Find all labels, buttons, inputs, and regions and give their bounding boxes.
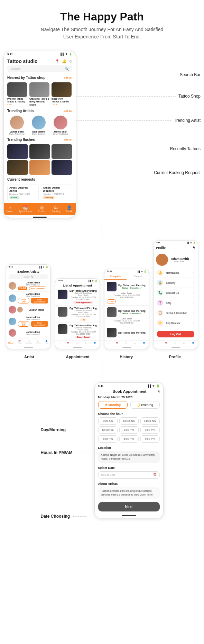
profile-phone: 9:41▌▌ ᯤ 🔋 Profile ✎ Adam Smith #4001 59… bbox=[153, 240, 198, 349]
shop-card[interactable]: Inked Pern Tattoos Claimed 15 Km bbox=[52, 82, 72, 106]
list-item[interactable]: James dean Style: Traditional Prem Only … bbox=[6, 292, 50, 305]
status-bar: 9:41 ▌▌ ᯤ 🔋 bbox=[4, 51, 76, 57]
flash-image[interactable] bbox=[29, 144, 50, 159]
search-icon: 🔍 bbox=[65, 67, 69, 71]
location-text: Akshya Nagar 1st Block 1st Cross, Rammur… bbox=[98, 451, 160, 463]
list-item[interactable]: James dean Style: Traditional bbox=[6, 328, 50, 338]
hour-btn-10am[interactable]: 10:00 Am bbox=[119, 417, 139, 425]
flash-image[interactable] bbox=[7, 160, 28, 175]
menu-terms[interactable]: 📋 Terms & Condition › bbox=[154, 308, 198, 318]
request-card[interactable]: Artist: Daniel Wozacki Updates: 19/01/20… bbox=[41, 184, 72, 201]
star-icon: ⭐ bbox=[157, 320, 163, 326]
hour-btn-12pm[interactable]: 12:00 Pm bbox=[98, 426, 118, 434]
profile-info: Adam Smith #4001 59010 bbox=[154, 251, 198, 268]
logout-button[interactable]: Log Out bbox=[157, 331, 194, 337]
list-item[interactable]: Lokesh Malta bbox=[6, 305, 50, 315]
chevron-right-icon: › bbox=[194, 291, 195, 294]
nav-home[interactable]: ⌂ Home bbox=[7, 205, 13, 212]
menu-notification[interactable]: 🔔 Notification › bbox=[154, 268, 198, 278]
appointment-phone-title: List of Appointment bbox=[55, 283, 100, 288]
hour-btn-2pm[interactable]: 2:00 Pm bbox=[140, 426, 160, 434]
appt-image bbox=[58, 290, 67, 299]
search-bar[interactable]: Search 🔍 bbox=[7, 65, 72, 72]
artist-phone-title: Explore Artists bbox=[6, 269, 50, 274]
booking-section: Day/Morning Hours In PM/AM Date Choosing… bbox=[0, 375, 204, 522]
nav-appointment[interactable]: 📅 Appointment bbox=[19, 205, 32, 212]
share-icon[interactable]: ⎘ bbox=[158, 390, 160, 393]
list-item[interactable]: Dgr Tattoo and Piercing Claimed: Rock Bo… bbox=[55, 306, 100, 323]
list-item[interactable]: Dgr Tattoo and Piercing Status - Complet… bbox=[104, 280, 149, 306]
bp-header: ← Book Appointment ⎘ bbox=[95, 388, 163, 395]
trending-artists-header: Trending Artists See all bbox=[4, 108, 76, 114]
flash-image[interactable] bbox=[7, 144, 28, 159]
hour-btn-5pm[interactable]: 5:00 Pm bbox=[140, 435, 160, 443]
terms-icon: 📋 bbox=[157, 310, 163, 316]
hour-btn-9am[interactable]: 9:00 Am bbox=[98, 417, 118, 425]
artist-card[interactable]: James dean Style: Traditional bbox=[7, 116, 26, 135]
nav-profile[interactable]: 👤 Profile bbox=[66, 205, 73, 212]
label-recently-tattoos: Recently Tattoos bbox=[76, 146, 201, 151]
profile-header: Profile ✎ bbox=[154, 245, 198, 251]
hour-btn-1pm[interactable]: 1:00 Pm bbox=[119, 426, 139, 434]
hist-image bbox=[107, 328, 117, 337]
hours-grid: 9:00 Am 10:00 Am 11:00 Am 12:00 Pm 1:00 … bbox=[95, 417, 163, 445]
hour-btn-3pm[interactable]: 3:00 Pm bbox=[98, 435, 118, 443]
back-button[interactable]: ← bbox=[98, 390, 102, 393]
profile-icon: 👤 bbox=[66, 205, 73, 210]
tab-cancel[interactable]: Cancel bbox=[127, 274, 149, 280]
booking-icon: 🗂 bbox=[52, 205, 61, 210]
list-item[interactable]: James dean Style: Traditional Prem Only … bbox=[6, 315, 50, 328]
shop-card[interactable]: Cross Ink Tattoo & Body Piercing Studio bbox=[29, 82, 49, 106]
menu-contact[interactable]: 📞 Contact Us › bbox=[154, 288, 198, 298]
shop-card[interactable]: Phoenix Tattoo Studio & Tracing 5 Km bbox=[7, 82, 27, 106]
page-header: The Happy Path Navigate The Smooth Journ… bbox=[0, 0, 204, 44]
nav-explore[interactable]: ◎ Explore bbox=[38, 205, 46, 212]
calendar-icon: 📅 bbox=[153, 473, 157, 477]
list-item[interactable]: Dgr Tattoo and Piercing Claimed: Rock Bo… bbox=[55, 323, 100, 340]
list-item[interactable]: James dean Style: Traditional Org Call B… bbox=[6, 280, 50, 292]
label-search-bar: Search Bar bbox=[76, 72, 201, 77]
tab-complete[interactable]: Complete bbox=[104, 274, 127, 280]
faq-icon: ❓ bbox=[157, 300, 163, 306]
chevron-right-icon: › bbox=[194, 271, 195, 274]
choose-hour-title: Choose the hour bbox=[95, 411, 163, 417]
flash-image[interactable] bbox=[52, 144, 72, 159]
notification-icon: 🔔 bbox=[157, 270, 163, 276]
list-item[interactable]: Dgr Tattoo and Piercing Claimed: Rock Bo… bbox=[55, 288, 100, 306]
status-badge: Status - Cancel bbox=[75, 336, 91, 338]
date-picker[interactable]: Select Date 📅 bbox=[98, 471, 160, 479]
artist-search[interactable]: Search 🔍 bbox=[9, 274, 48, 279]
avatar bbox=[9, 282, 16, 290]
edit-icon[interactable]: ✎ bbox=[193, 246, 195, 250]
menu-app-rate[interactable]: ⭐ App Ratever › bbox=[154, 318, 198, 328]
list-item[interactable]: Dgr Tattoo and Piercing bbox=[104, 326, 149, 340]
morning-button[interactable]: ☀ Morning bbox=[98, 401, 128, 409]
artist-avatar bbox=[10, 116, 24, 129]
heart-icon: ♡ bbox=[69, 59, 72, 64]
request-card[interactable]: Artist: Andrew Jones Updates: 08/01/2023… bbox=[7, 184, 39, 201]
hour-btn-4pm[interactable]: 4:00 Pm bbox=[119, 435, 139, 443]
nav-booking[interactable]: 🗂 Booking bbox=[52, 205, 61, 212]
evening-button[interactable]: 🌙 Evening bbox=[130, 401, 160, 409]
artist-card[interactable]: James dean Style: Traditional bbox=[51, 116, 70, 135]
flash-image[interactable] bbox=[52, 160, 72, 175]
menu-security[interactable]: 🔒 Security › bbox=[154, 278, 198, 288]
artist-phone: 9:41▌▌ ᯤ 🔋 Explore Artists Search 🔍 Jame… bbox=[6, 264, 51, 349]
avatar bbox=[9, 318, 16, 325]
avatar bbox=[9, 306, 16, 314]
label-tattoo-shop: Tattoo Shop bbox=[76, 94, 201, 99]
chevron-right-icon: › bbox=[194, 311, 195, 315]
label-current-booking: Current Booking Request bbox=[76, 170, 201, 175]
flash-image[interactable] bbox=[29, 160, 50, 175]
about-artists-text: Passionate tattoo artist creating unique… bbox=[98, 487, 160, 499]
list-item[interactable]: Dgr Tattoo and Piercing Status - Complet… bbox=[104, 306, 149, 326]
right-labels: Search Bar Tattoo Shop Trending Artist R… bbox=[76, 51, 201, 175]
hour-btn-11am[interactable]: 11:00 Am bbox=[140, 417, 160, 425]
profile-phone-wrap: 9:41▌▌ ᯤ 🔋 Profile ✎ Adam Smith #4001 59… bbox=[153, 240, 198, 349]
menu-faq[interactable]: ❓ FAQ › bbox=[154, 298, 198, 308]
status-badge: Pending bbox=[43, 196, 55, 199]
artist-card[interactable]: Dan carthy Style: dotwork bbox=[29, 116, 48, 135]
bp-status-bar: 9:41 ▌▌ ᯤ 🔋 bbox=[95, 383, 163, 388]
small-phones-section: 9:41▌▌ ᯤ 🔋 Explore Artists Search 🔍 Jame… bbox=[0, 237, 204, 353]
next-button[interactable]: Next bbox=[98, 502, 160, 511]
